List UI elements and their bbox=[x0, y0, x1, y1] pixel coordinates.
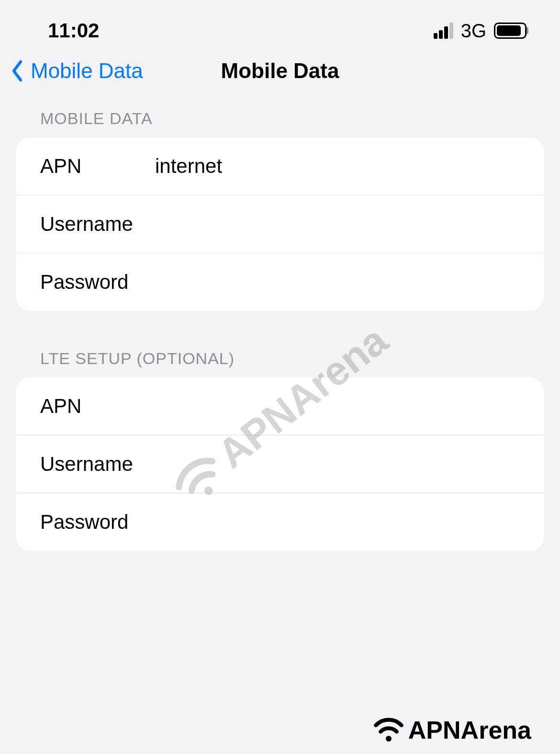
username-label: Username bbox=[40, 213, 155, 236]
lte-apn-label: APN bbox=[40, 395, 155, 418]
mobile-data-group: APN Username Password bbox=[16, 137, 544, 311]
section-header-mobile-data: MOBILE DATA bbox=[16, 109, 544, 137]
apn-label: APN bbox=[40, 155, 155, 178]
content: MOBILE DATA APN Username Password LTE SE… bbox=[0, 85, 560, 551]
svg-point-1 bbox=[386, 736, 392, 742]
username-row[interactable]: Username bbox=[16, 195, 544, 253]
chevron-left-icon bbox=[10, 59, 25, 82]
lte-setup-group: APN Username Password bbox=[16, 377, 544, 551]
lte-username-label: Username bbox=[40, 453, 155, 476]
lte-apn-input[interactable] bbox=[155, 395, 520, 418]
lte-password-input[interactable] bbox=[155, 511, 520, 534]
page-title: Mobile Data bbox=[221, 59, 339, 83]
username-input[interactable] bbox=[155, 213, 520, 236]
network-type: 3G bbox=[461, 20, 486, 42]
lte-apn-row[interactable]: APN bbox=[16, 377, 544, 435]
apn-row[interactable]: APN bbox=[16, 137, 544, 195]
back-button[interactable]: Mobile Data bbox=[10, 59, 143, 83]
signal-strength-icon bbox=[434, 23, 453, 39]
status-bar: 11:02 3G bbox=[0, 0, 560, 52]
lte-password-label: Password bbox=[40, 511, 155, 534]
apnarena-logo: APNArena bbox=[372, 716, 531, 744]
apn-input[interactable] bbox=[155, 155, 520, 178]
lte-username-input[interactable] bbox=[155, 453, 520, 476]
back-label: Mobile Data bbox=[31, 59, 143, 83]
battery-icon bbox=[494, 23, 526, 39]
nav-header: Mobile Data Mobile Data bbox=[0, 52, 560, 85]
password-row[interactable]: Password bbox=[16, 253, 544, 311]
lte-username-row[interactable]: Username bbox=[16, 435, 544, 493]
password-label: Password bbox=[40, 271, 155, 294]
lte-password-row[interactable]: Password bbox=[16, 493, 544, 551]
section-header-lte: LTE SETUP (OPTIONAL) bbox=[16, 349, 544, 377]
status-time: 11:02 bbox=[48, 19, 99, 42]
password-input[interactable] bbox=[155, 271, 520, 294]
status-right: 3G bbox=[434, 20, 526, 42]
wifi-icon bbox=[372, 716, 405, 744]
